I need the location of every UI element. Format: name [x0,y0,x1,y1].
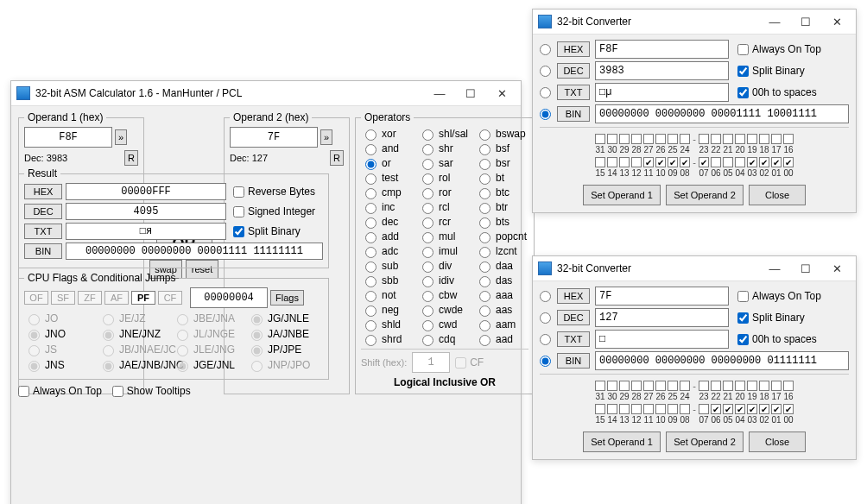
operand1-reset-button[interactable]: R [124,150,138,166]
bit-9-box[interactable]: ✔ [668,157,678,167]
bit-8-box[interactable] [680,404,690,414]
bit-6-box[interactable]: ✔ [711,404,721,414]
bit-27-box[interactable] [643,381,654,391]
operator-btr[interactable]: btr [475,200,528,214]
format-txt-label[interactable]: TXT [557,331,590,347]
operator-daa[interactable]: daa [475,259,528,273]
txt-field[interactable] [595,330,729,349]
bit-12-box[interactable] [631,157,642,167]
flag-af[interactable]: AF [104,291,129,305]
bit-2-box[interactable]: ✔ [759,157,769,167]
zero-spaces-checkbox[interactable] [737,334,749,345]
maximize-button[interactable]: ☐ [790,13,821,30]
bit-28-box[interactable] [631,134,642,144]
format-hex-label[interactable]: HEX [557,288,590,304]
set-operand-1-button[interactable]: Set Operand 1 [583,185,661,205]
bit-22-box[interactable] [711,134,721,144]
bit-14-box[interactable] [607,404,617,414]
operator-aaa[interactable]: aaa [475,288,528,302]
bit-1-box[interactable]: ✔ [771,404,782,414]
bit-23-box[interactable] [699,134,709,144]
bit-15-box[interactable] [595,157,605,167]
flags-value-input[interactable] [190,287,268,308]
bit-25-box[interactable] [668,134,678,144]
bit-19-box[interactable] [747,381,757,391]
operator-div[interactable]: div [418,259,471,273]
flag-of[interactable]: OF [24,291,48,305]
bit-13-box[interactable] [619,157,630,167]
set-operand-1-button[interactable]: Set Operand 1 [583,432,661,452]
hex-field[interactable] [595,287,729,306]
bit-6-box[interactable] [711,157,721,167]
bit-1-box[interactable]: ✔ [771,157,782,167]
format-dec-label[interactable]: DEC [557,310,590,325]
maximize-button[interactable]: ☐ [790,260,821,277]
operator-bsr[interactable]: bsr [475,156,528,170]
txt-field[interactable] [595,83,729,102]
bit-31-box[interactable] [595,381,605,391]
titlebar[interactable]: 32-bit Converter—☐✕ [533,256,856,281]
format-hex-radio[interactable] [540,291,551,302]
operator-imul[interactable]: imul [418,244,471,258]
bit-20-box[interactable] [735,381,745,391]
flags-button[interactable]: Flags [270,290,304,306]
operator-and[interactable]: and [361,142,415,155]
close-button[interactable]: ✕ [821,260,852,277]
split-binary-checkbox[interactable] [737,66,749,77]
bit-16-box[interactable] [783,381,794,391]
bit-5-box[interactable]: ✔ [723,404,733,414]
always-on-top-checkbox[interactable] [737,44,749,55]
bit-4-box[interactable] [735,157,745,167]
titlebar[interactable]: 32-bit Converter—☐✕ [533,9,856,35]
operator-xor[interactable]: xor [361,127,415,141]
hex-field[interactable] [595,40,729,59]
bit-10-box[interactable]: ✔ [655,157,666,167]
bit-11-box[interactable] [643,404,654,414]
bit-28-box[interactable] [631,381,642,391]
flag-zf[interactable]: ZF [78,291,102,305]
titlebar[interactable]: 32-bit ASM Calculator 1.6 - ManHunter / … [11,81,521,106]
operator-inc[interactable]: inc [361,200,415,214]
bit-27-box[interactable] [643,134,654,144]
operator-aas[interactable]: aas [475,303,528,317]
bit-2-box[interactable]: ✔ [759,404,769,414]
operand2-reset-button[interactable]: R [330,150,344,166]
bit-18-box[interactable] [759,134,769,144]
operand2-input[interactable] [230,127,318,148]
operator-adc[interactable]: adc [361,244,415,258]
set-operand-2-button[interactable]: Set Operand 2 [666,432,744,452]
bit-17-box[interactable] [771,134,782,144]
bit-10-box[interactable] [655,404,666,414]
dec-field[interactable] [595,308,729,327]
bin-field[interactable] [595,104,849,123]
bit-7-box[interactable] [699,404,709,414]
show-tooltips-checkbox[interactable] [112,386,123,397]
bit-29-box[interactable] [619,134,630,144]
bit-31-box[interactable] [595,134,605,144]
operator-sbb[interactable]: sbb [361,274,415,287]
dec-field[interactable] [595,61,729,80]
operator-shr[interactable]: shr [418,142,471,155]
bit-14-box[interactable] [607,157,617,167]
close-button-footer[interactable]: Close [749,432,806,452]
format-bin-label[interactable]: BIN [557,353,590,369]
bin-field[interactable] [595,351,849,370]
bit-18-box[interactable] [759,381,769,391]
bit-13-box[interactable] [619,404,630,414]
operator-bsf[interactable]: bsf [475,142,528,155]
signed-integer-checkbox[interactable] [233,206,244,217]
reverse-bytes-checkbox[interactable] [233,186,244,198]
operator-cmp[interactable]: cmp [361,186,415,199]
bit-19-box[interactable] [747,134,757,144]
bit-12-box[interactable] [631,404,642,414]
flag-sf[interactable]: SF [51,291,75,305]
operator-cbw[interactable]: cbw [418,288,471,302]
operand1-history-button[interactable]: » [115,129,127,145]
split-binary-checkbox[interactable] [233,226,244,237]
operator-or[interactable]: or [361,156,415,170]
operator-bswap[interactable]: bswap [475,127,528,141]
bit-9-box[interactable] [668,404,678,414]
operator-rcl[interactable]: rcl [418,200,471,214]
bit-17-box[interactable] [771,381,782,391]
always-on-top-checkbox[interactable] [737,291,749,302]
